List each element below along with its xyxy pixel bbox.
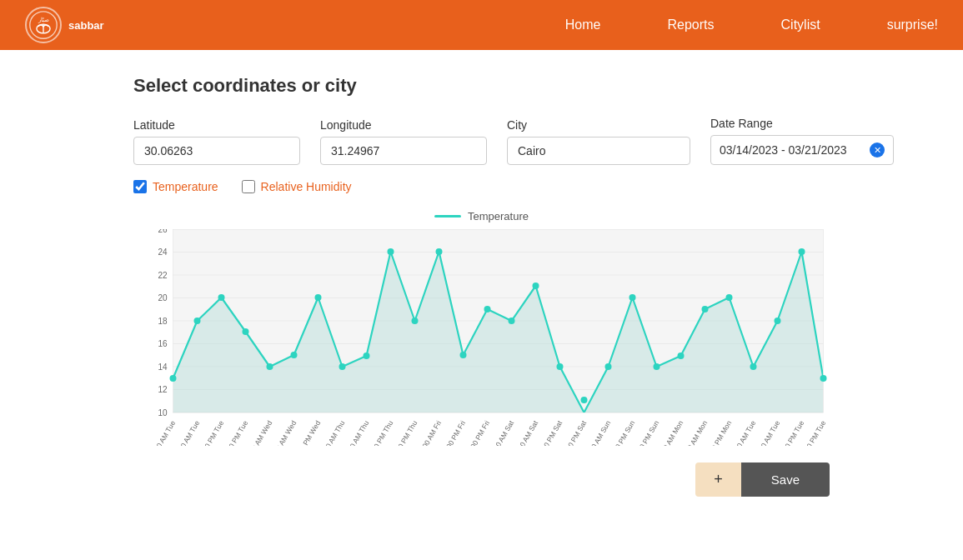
nav-item-surprise[interactable]: surprise!	[887, 18, 938, 32]
nav-item-reports[interactable]: Reports	[668, 18, 715, 32]
svg-text:1:00 AM Thu: 1:00 AM Thu	[319, 419, 347, 446]
date-range-input[interactable]: 03/14/2023 - 03/21/2023 ✕	[710, 135, 894, 165]
svg-point-38	[509, 318, 515, 324]
svg-point-39	[533, 282, 539, 289]
svg-text:12:00 AM Tue: 12:00 AM Tue	[148, 419, 177, 446]
bottom-bar: + Save	[133, 462, 830, 497]
svg-point-36	[460, 352, 467, 358]
svg-point-41	[581, 397, 588, 403]
svg-text:26: 26	[158, 229, 168, 234]
nav-item-citylist[interactable]: Citylist	[781, 18, 820, 32]
svg-point-27	[243, 328, 249, 335]
chart-legend: Temperature	[133, 210, 830, 222]
svg-text:10: 10	[158, 408, 168, 418]
svg-text:20: 20	[158, 293, 168, 302]
nav-logo: صبّار sabbar	[25, 7, 104, 43]
nav-links: Home Reports Citylist surprise!	[565, 18, 938, 32]
svg-text:1:00 PM Sun: 1:00 PM Sun	[609, 419, 636, 446]
latitude-label: Latitude	[133, 118, 300, 132]
svg-point-26	[218, 294, 225, 301]
svg-text:3:00 PM Thu: 3:00 PM Thu	[367, 419, 394, 446]
date-range-value: 03/14/2023 - 03/21/2023	[720, 143, 870, 157]
temperature-checkbox-item[interactable]: Temperature	[133, 180, 218, 193]
city-input[interactable]	[507, 137, 690, 165]
svg-text:7:00 AM Tue: 7:00 AM Tue	[174, 419, 202, 446]
checkbox-row: Temperature Relative Humidity	[133, 180, 830, 193]
svg-text:صبّار: صبّار	[38, 16, 49, 23]
svg-text:11:00 PM Sat: 11:00 PM Sat	[559, 418, 589, 446]
date-range-close-button[interactable]: ✕	[870, 142, 885, 158]
svg-point-51	[820, 375, 827, 382]
x-axis-labels: 12:00 AM Tue 7:00 AM Tue 2:00 PM Tue 9:0…	[148, 418, 827, 446]
svg-text:8:00 AM Thu: 8:00 AM Thu	[344, 419, 371, 446]
svg-text:18: 18	[158, 317, 168, 326]
logo-icon: صبّار	[28, 10, 58, 40]
date-range-label: Date Range	[710, 117, 894, 130]
main-content: Select coordinates or city Latitude Long…	[0, 50, 963, 530]
date-range-group: Date Range 03/14/2023 - 03/21/2023 ✕	[710, 117, 894, 165]
nav-item-home[interactable]: Home	[565, 18, 601, 32]
svg-point-32	[364, 352, 370, 359]
svg-point-43	[629, 294, 636, 301]
svg-text:7:00 AM Tue: 7:00 AM Tue	[755, 419, 782, 446]
temperature-checkbox[interactable]	[133, 180, 147, 193]
svg-point-46	[702, 306, 709, 312]
svg-text:16: 16	[158, 339, 168, 348]
svg-point-49	[775, 318, 781, 324]
svg-point-44	[654, 363, 660, 370]
latitude-input[interactable]	[133, 137, 300, 165]
svg-point-29	[291, 352, 298, 358]
plus-button[interactable]: +	[695, 462, 741, 497]
svg-text:2:00 PM Tue: 2:00 PM Tue	[198, 419, 225, 446]
humidity-checkbox-item[interactable]: Relative Humidity	[242, 180, 352, 193]
svg-point-45	[678, 352, 685, 359]
legend-line-icon	[434, 215, 461, 218]
svg-point-34	[412, 318, 419, 324]
svg-text:12:00 PM Fri: 12:00 PM Fri	[439, 419, 467, 446]
longitude-input[interactable]	[320, 137, 487, 165]
navbar: صبّار sabbar Home Reports Citylist surpr…	[0, 0, 963, 50]
svg-point-25	[194, 318, 201, 324]
svg-point-48	[750, 363, 757, 370]
svg-text:5:00 PM Mon: 5:00 PM Mon	[705, 419, 733, 446]
page-title: Select coordinates or city	[133, 75, 830, 97]
city-label: City	[507, 118, 690, 132]
svg-text:6:00 PM Wed: 6:00 PM Wed	[293, 419, 322, 446]
svg-text:2:00 PM Tue: 2:00 PM Tue	[778, 419, 805, 446]
svg-text:9:00 PM Tue: 9:00 PM Tue	[222, 419, 249, 446]
svg-point-47	[726, 294, 733, 301]
svg-text:3:00 AM Mon: 3:00 AM Mon	[657, 419, 685, 446]
svg-text:4:00 AM Wed: 4:00 AM Wed	[245, 419, 273, 446]
svg-text:6:00 AM Sun: 6:00 AM Sun	[584, 419, 612, 446]
form-row: Latitude Longitude City Date Range 03/14…	[133, 117, 830, 165]
svg-point-37	[484, 306, 491, 312]
brand-name: sabbar	[68, 19, 104, 32]
svg-text:12:00 AM Tue: 12:00 AM Tue	[728, 419, 757, 446]
svg-text:2:00 AM Sat: 2:00 AM Sat	[489, 418, 515, 446]
longitude-label: Longitude	[320, 118, 487, 132]
svg-point-30	[315, 294, 322, 301]
legend-label: Temperature	[468, 210, 529, 222]
chart-wrapper: Temperature 10 12 14	[133, 210, 830, 446]
svg-point-31	[339, 363, 346, 370]
svg-point-35	[436, 248, 443, 255]
svg-text:24: 24	[158, 248, 168, 257]
save-button[interactable]: Save	[741, 462, 830, 497]
svg-point-33	[388, 248, 394, 255]
svg-point-42	[605, 363, 612, 370]
latitude-group: Latitude	[133, 118, 300, 165]
svg-text:8:00 PM Sun: 8:00 PM Sun	[633, 419, 660, 446]
chart-container: 10 12 14 16 18 20 22 24 26	[133, 229, 830, 446]
svg-text:14: 14	[158, 362, 168, 372]
svg-point-24	[170, 375, 177, 382]
svg-text:22: 22	[158, 271, 168, 280]
temperature-label: Temperature	[153, 180, 218, 193]
humidity-label: Relative Humidity	[261, 180, 352, 193]
svg-text:9:00 AM Sat: 9:00 AM Sat	[513, 418, 539, 446]
svg-text:12: 12	[158, 385, 168, 394]
humidity-checkbox[interactable]	[242, 180, 255, 193]
svg-text:7:00 PM Fri: 7:00 PM Fri	[466, 419, 492, 446]
temperature-chart: 10 12 14 16 18 20 22 24 26	[133, 229, 830, 446]
city-group: City	[507, 118, 690, 165]
logo-circle: صبّار	[25, 7, 62, 43]
